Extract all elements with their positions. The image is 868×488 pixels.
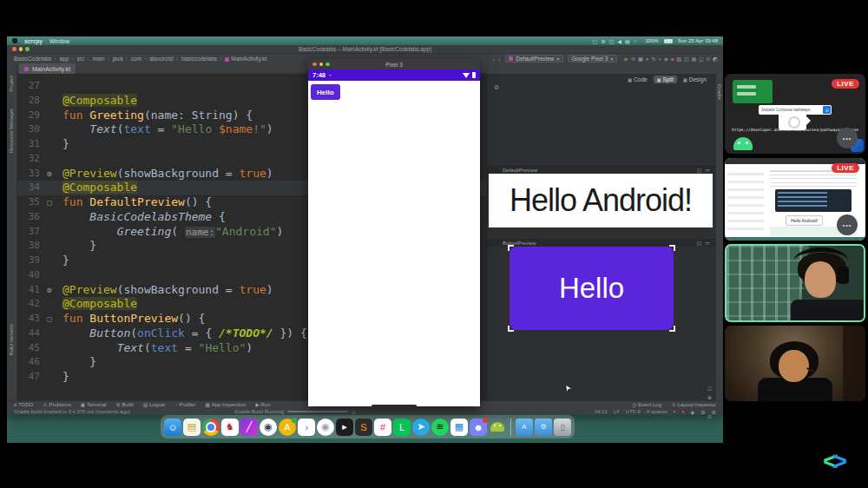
studio-titlebar[interactable]: BasicCodelabs – MainActivity.kt [BasicCo… [7, 45, 723, 54]
back-icon[interactable]: ‹ [493, 56, 495, 62]
default-preview-render[interactable]: Hello Android! [489, 174, 713, 228]
stop-task-icon[interactable]: ⊙ [352, 409, 356, 415]
selection-handle[interactable] [508, 326, 514, 332]
discord-icon[interactable]: ☻ [470, 419, 487, 436]
selection-handle[interactable] [508, 245, 514, 251]
search-icon[interactable]: ○ [634, 39, 637, 44]
volume-icon[interactable]: ◀ [617, 39, 621, 44]
selection-handle[interactable] [669, 326, 675, 332]
menubar-clock[interactable]: Sun 25 Apr 19:48 [678, 38, 718, 43]
tab-mainactivity[interactable]: MainActivity.kt [19, 63, 76, 74]
toolbar-action-icon[interactable]: ▦ [638, 56, 643, 62]
assistant-icon[interactable]: A [279, 419, 296, 436]
telegram-icon[interactable]: ➤ [412, 419, 430, 436]
breadcrumb-item[interactable]: basiccodelabs [180, 56, 223, 62]
run-preview-icon[interactable]: ◱ [697, 240, 702, 246]
spotify-icon[interactable]: ≋ [431, 419, 449, 436]
finder-icon[interactable]: ☺ [164, 419, 181, 436]
selection-handle[interactable] [669, 245, 675, 251]
gear-gutter-icon[interactable]: ⚙ [43, 283, 56, 298]
forward-icon[interactable]: › [499, 56, 501, 62]
knight-app-icon[interactable]: ♞ [221, 419, 239, 436]
gear-gutter-icon[interactable]: ⚙ [43, 167, 56, 181]
preview-gutter-icon[interactable]: ▢ [43, 195, 56, 210]
terminal-icon[interactable]: ▸ [336, 419, 353, 436]
participant-camera[interactable] [725, 326, 865, 401]
notification-center-icon[interactable]: ▤ [625, 39, 630, 44]
toolwindow-build[interactable]: ⚙Build [116, 402, 134, 407]
toolbar-action-icon[interactable]: ● [646, 56, 649, 62]
toolbar-action-icon[interactable]: ▥ [676, 56, 681, 62]
preview-label-defaultpreview[interactable]: DefaultPreview [503, 168, 537, 173]
status-icon[interactable]: ● [681, 409, 685, 414]
utilities-folder-icon[interactable]: ⚙ [535, 419, 552, 436]
view-mode-split[interactable]: ▦Split [654, 76, 677, 83]
breadcrumb-item[interactable]: com [129, 56, 148, 62]
toolwindow-terminal[interactable]: ▣Terminal [81, 402, 107, 407]
toolwindow-event-log[interactable]: ◷Event Log [632, 402, 661, 407]
toolwindow-problems[interactable]: ⚠Problems [43, 402, 70, 407]
keynote-icon[interactable]: ▦ [450, 419, 468, 436]
trash-icon[interactable]: ▯ [554, 419, 571, 436]
android-studio-icon[interactable]: ◉ [260, 419, 277, 436]
toolwindow-app-inspection[interactable]: ▦App Inspection [205, 402, 246, 407]
preview-zoom-icon[interactable]: ⊕ [707, 394, 712, 400]
preview-zoom-icon[interactable]: ◻ [707, 385, 712, 391]
status-item[interactable]: 4 spaces [647, 409, 667, 414]
toolwindow-resource-manager[interactable]: Resource Manager [9, 109, 14, 153]
toolbar-action-icon[interactable]: ⌁ [658, 56, 661, 62]
button-preview-render[interactable]: Hello [510, 247, 674, 330]
participant-screenshare-slide[interactable]: LIVE Jetpack Compose pathways ⊙ https://… [725, 74, 865, 154]
toolbar-action-icon[interactable]: ■ [671, 56, 674, 62]
open-preview-icon[interactable]: ▭ [705, 167, 710, 173]
status-icon[interactable]: ▪ [674, 409, 675, 414]
hello-button[interactable]: Hello [311, 84, 340, 100]
status-icon[interactable]: ◆ [691, 409, 695, 415]
pencil-app-icon[interactable]: ◉ [317, 419, 334, 436]
participant-screenshare-codelab[interactable]: LIVE Hello Android! ••• [725, 158, 865, 241]
status-item[interactable]: 34:12 [595, 409, 608, 414]
toolwindow-logcat[interactable]: ▤Logcat [143, 402, 165, 407]
menubar-item-window[interactable]: Window [49, 38, 69, 44]
apple-menu-icon[interactable] [12, 38, 17, 43]
status-icon[interactable]: ⚙ [712, 409, 716, 415]
chrome-icon[interactable] [202, 419, 220, 436]
toolwindow-gradle[interactable]: Gradle [717, 84, 722, 100]
vscode-icon[interactable]: › [298, 419, 315, 436]
run-config-dropdown[interactable]: DefaultPreview▼ [505, 55, 564, 63]
menubar-app-name[interactable]: scrcpy [24, 38, 43, 44]
toolbar-action-icon[interactable]: ◩ [713, 56, 718, 62]
toolbar-action-icon[interactable]: ⊙ [706, 56, 710, 62]
preview-settings-icon[interactable]: ⚙ [494, 84, 499, 91]
toolwindow-todo[interactable]: ≡TODO [14, 402, 33, 407]
breadcrumb-item[interactable]: java [111, 56, 129, 62]
breadcrumb-item[interactable]: src [76, 56, 91, 62]
affinity-icon[interactable]: ╱ [240, 419, 258, 436]
toolwindow-layout-inspector[interactable]: ⊙Layout Inspector [672, 402, 716, 407]
tile-menu-button[interactable]: ••• [837, 128, 858, 148]
display-icon[interactable]: ▢ [593, 39, 598, 44]
line-icon[interactable]: L [393, 419, 411, 436]
participant-camera-speaker[interactable] [725, 244, 865, 322]
view-mode-design[interactable]: ▦Design [680, 76, 710, 83]
open-preview-icon[interactable]: ▭ [705, 240, 710, 246]
breadcrumb-item[interactable]: MainActivity.kt [223, 56, 268, 62]
breadcrumb-item[interactable]: main [90, 56, 110, 62]
applications-folder-icon[interactable]: A [516, 419, 533, 436]
notes-icon[interactable]: ▤ [183, 419, 201, 436]
toolwindow-run[interactable]: ▶Run [255, 402, 270, 407]
preview-actions[interactable]: ◱▭ [697, 240, 710, 246]
android-robot-icon[interactable] [489, 419, 506, 436]
preview-actions[interactable]: ◱▭ [697, 167, 710, 173]
toolbar-action-icon[interactable]: ⊜ [631, 56, 635, 62]
breadcrumb-item[interactable]: BasicCodelabs [12, 56, 58, 62]
toolbar-action-icon[interactable]: ▶ [624, 56, 628, 62]
toolbar-action-icon[interactable]: ◻ [699, 56, 703, 62]
sublime-icon[interactable]: S [355, 419, 372, 436]
toolbar-action-icon[interactable]: ◆ [664, 56, 668, 62]
toolwindow-build-variants[interactable]: Build Variants [9, 324, 14, 356]
emulator-titlebar[interactable]: Pixel 3 [308, 59, 480, 69]
status-item[interactable]: UTF-8 [626, 409, 641, 414]
status-item[interactable]: LF [614, 409, 620, 414]
run-preview-icon[interactable]: ◱ [697, 167, 702, 173]
